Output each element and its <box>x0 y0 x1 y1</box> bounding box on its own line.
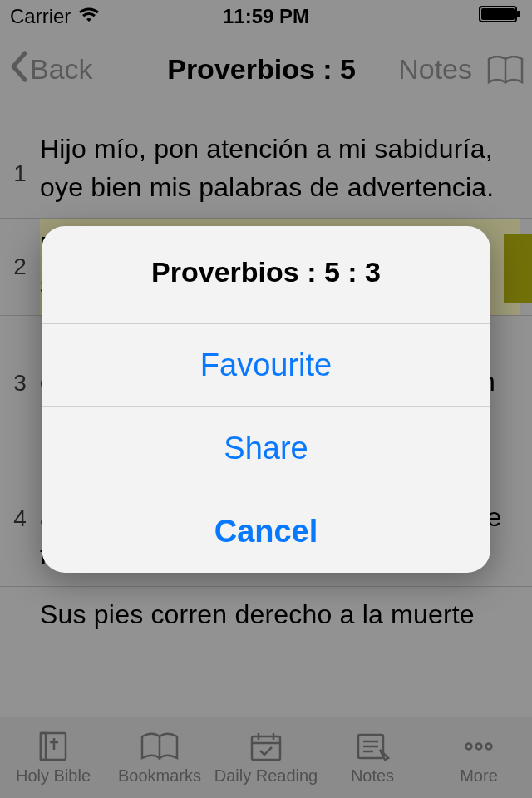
share-button[interactable]: Share <box>42 406 490 490</box>
sheet-title: Proverbios : 5 : 3 <box>42 226 490 323</box>
cancel-button[interactable]: Cancel <box>42 490 490 573</box>
favourite-button[interactable]: Favourite <box>42 323 490 406</box>
app-screen: Carrier 11:59 PM Back Proverbios : 5 Not… <box>0 0 532 798</box>
action-sheet: Proverbios : 5 : 3 Favourite Share Cance… <box>42 226 490 573</box>
modal-overlay[interactable]: Proverbios : 5 : 3 Favourite Share Cance… <box>0 0 532 798</box>
